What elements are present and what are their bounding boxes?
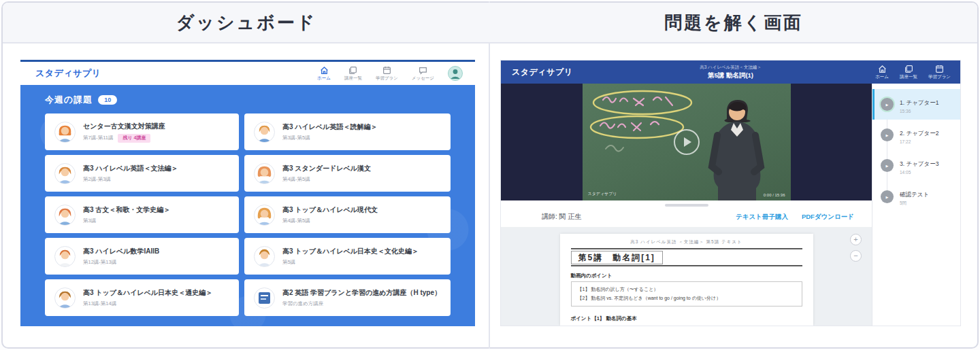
course-card[interactable]: 高3 古文＜和歌・文学史編＞ 第3講: [45, 196, 239, 233]
textbook-viewer[interactable]: 高3 ハイレベル英語 ＜文法編＞ 第5講 テキスト 第5講 動名詞[1] 動画内…: [501, 227, 872, 326]
course-card[interactable]: 高2 英語 学習プランと学習の進め方講座（H type） 学習の進め方講座: [244, 279, 451, 316]
course-subtitle: 第5講: [282, 259, 295, 266]
chapter-item-2[interactable]: ▶ 2. チャプター2 17:22: [872, 120, 960, 150]
teacher-avatar-icon: [254, 122, 275, 143]
problem-panel-title: 問題を解く画面: [664, 11, 803, 35]
home-icon: [878, 65, 887, 73]
dashboard-body: 今週の課題 10 センター古文漢文対策講座 第7講-第11講 残り 4講座: [20, 85, 475, 326]
chapter-item-test[interactable]: ▶ 確認テスト 5問: [872, 181, 960, 213]
week-assignments-header: 今週の課題 10: [45, 94, 451, 106]
user-avatar[interactable]: [448, 66, 463, 81]
nav-message[interactable]: メッセージ: [412, 66, 434, 82]
course-subtitle: 第4講-第5講: [282, 217, 310, 224]
buy-textbook-link[interactable]: テキスト冊子購入: [736, 213, 788, 222]
dashboard-panel-title: ダッシュボード: [176, 11, 317, 35]
nav-home-label: ホーム: [875, 74, 889, 80]
plan-icon: [382, 66, 391, 75]
course-card[interactable]: 高3 トップ＆ハイレベル日本史＜通史編＞ 第13講-第14講: [45, 279, 239, 316]
nav-plan[interactable]: 学習プラン: [376, 66, 398, 82]
course-title: 高3 ハイレベル数学IAIIB: [83, 247, 159, 256]
right-title-cell: 問題を解く画面: [490, 3, 977, 43]
home-icon: [320, 66, 329, 75]
panel-divider: [489, 1, 490, 349]
teacher-avatar-icon: [254, 246, 275, 267]
zoom-out-button[interactable]: −: [850, 250, 862, 262]
nav-courses[interactable]: 講座一覧: [344, 66, 362, 82]
video-points-box: 【1】 動名詞の訳し方（〜すること） 【2】 動名詞 vs. 不定詞もどき（wa…: [571, 281, 802, 307]
nav-courses-label: 講座一覧: [344, 75, 362, 82]
studysapuri-logo[interactable]: スタディサプリ: [35, 67, 101, 80]
nav-home[interactable]: ホーム: [875, 65, 889, 80]
lesson-player-screenshot: スタディサプリ 高3 ハイレベル英語＜文法編＞ 第5講 動名詞(1) ホーム 講…: [500, 60, 961, 326]
course-card-text: 高3 トップ＆ハイレベル日本史＜文化史編＞ 第5講: [282, 247, 419, 266]
avatar-person-icon: [448, 67, 462, 80]
screenshot-canvas: ダッシュボード 問題を解く画面 スタディサプリ ホーム 講座一覧 学習プラン: [0, 0, 980, 350]
course-card-text: センター古文漢文対策講座 第7講-第11講 残り 4講座: [83, 122, 165, 143]
lesson-meta-row: 講師: 関 正生 テキスト冊子購入 PDFダウンロード: [501, 207, 872, 227]
textbook-title-rules: 第5講 動名詞[1]: [571, 248, 802, 266]
course-subtitle: 第4講-第5講: [282, 176, 310, 183]
studysapuri-logo-white[interactable]: スタディサプリ: [512, 67, 572, 78]
course-title: 高3 ハイレベル英語＜読解編＞: [282, 122, 378, 132]
player-nav: ホーム 講座一覧 学習プラン: [875, 65, 951, 80]
course-card[interactable]: 高3 トップ＆ハイレベル日本史＜文化史編＞ 第5講: [244, 238, 451, 275]
nav-message-label: メッセージ: [412, 75, 434, 82]
course-subtitle: 第7講-第11講: [83, 135, 113, 141]
course-card-text: 高3 トップ＆ハイレベル日本史＜通史編＞ 第13講-第14講: [83, 288, 212, 307]
course-card[interactable]: センター古文漢文対策講座 第7講-第11講 残り 4講座: [45, 113, 239, 150]
teacher-avatar-icon: [254, 205, 275, 226]
teacher-avatar-icon: [54, 287, 76, 309]
week-assignments-label: 今週の課題: [45, 94, 93, 106]
course-subtitle: 第3講-第5講: [282, 135, 310, 141]
chapter-item-1[interactable]: ▶ 1. チャプター1 15:36: [872, 89, 960, 120]
course-card[interactable]: 高3 ハイレベル英語＜文法編＞ 第2講-第3講: [45, 155, 239, 192]
plan-icon: [935, 65, 944, 73]
teacher-avatar-icon: [54, 163, 76, 184]
course-card-text: 高3 ハイレベル英語＜読解編＞ 第3講-第5講: [282, 122, 378, 141]
zoom-in-button[interactable]: +: [850, 234, 862, 245]
teacher-avatar-icon: [254, 163, 275, 184]
course-card[interactable]: 高3 スタンダードレベル漢文 第4講-第5講: [244, 155, 451, 192]
nav-home[interactable]: ホーム: [317, 66, 331, 82]
nav-plan-label: 学習プラン: [376, 75, 398, 82]
left-title-cell: ダッシュボード: [3, 3, 490, 43]
courses-icon: [348, 66, 357, 75]
chapter-item-3[interactable]: ▶ 3. チャプター3 14:05: [872, 150, 960, 181]
course-title: 高3 古文＜和歌・文学史編＞: [83, 205, 170, 215]
course-subtitle: 第3講: [83, 217, 96, 224]
lecture-video[interactable]: スタディサプリ 0:00 / 15:36: [583, 84, 791, 200]
lesson-header-titles: 高3 ハイレベル英語＜文法編＞ 第5講 動名詞(1): [629, 65, 833, 80]
pdf-download-link[interactable]: PDFダウンロード: [802, 213, 854, 222]
teacher-avatar-icon: [54, 205, 76, 226]
lesson-links: テキスト冊子購入 PDFダウンロード: [736, 213, 854, 222]
message-icon: [419, 66, 427, 75]
video-point-1: 【1】 動名詞の訳し方（〜すること）: [578, 285, 796, 294]
course-card-grid: センター古文漢文対策講座 第7講-第11講 残り 4講座 高3 ハイレベル英語＜…: [45, 113, 451, 316]
chapter-play-icon: ▶: [881, 128, 894, 141]
chapter-label: 1. チャプター1: [900, 99, 938, 106]
nav-courses-label: 講座一覧: [900, 74, 917, 80]
dashboard-screenshot: スタディサプリ ホーム 講座一覧 学習プラン メッセージ: [20, 60, 475, 326]
course-subtitle: 第12講-第13講: [83, 259, 116, 266]
chapter-play-icon: ▶: [881, 98, 894, 111]
course-card-text: 高3 スタンダードレベル漢文 第4講-第5講: [282, 164, 371, 183]
course-card-text: 高2 英語 学習プランと学習の進め方講座（H type） 学習の進め方講座: [282, 288, 441, 307]
play-icon: [684, 137, 691, 147]
play-button[interactable]: [674, 129, 700, 155]
course-subtitle: 第13講-第14講: [83, 300, 116, 307]
player-header: スタディサプリ 高3 ハイレベル英語＜文法編＞ 第5講 動名詞(1) ホーム 講…: [501, 60, 960, 84]
nav-plan[interactable]: 学習プラン: [928, 65, 951, 80]
chapter-duration: 17:22: [900, 139, 938, 144]
title-band: ダッシュボード 問題を解く画面: [3, 3, 977, 43]
course-card[interactable]: 高3 トップ＆ハイレベル現代文 第4講-第5講: [244, 196, 451, 233]
course-title: 高3 トップ＆ハイレベル現代文: [282, 205, 378, 215]
course-card[interactable]: 高3 ハイレベル数学IAIIB 第12講-第13講: [45, 238, 239, 275]
player-body: スタディサプリ 0:00 / 15:36 講師: 関 正生 テキスト冊子購入 P…: [501, 84, 960, 326]
video-point-2: 【2】 動名詞 vs. 不定詞もどき（want to go / going to…: [578, 294, 796, 302]
plan-course-icon: [254, 287, 275, 309]
nav-courses[interactable]: 講座一覧: [900, 65, 917, 80]
chapter-play-icon: ▶: [881, 159, 894, 172]
course-card[interactable]: 高3 ハイレベル英語＜読解編＞ 第3講-第5講: [244, 113, 451, 150]
course-title: 高3 ハイレベル英語＜文法編＞: [83, 164, 178, 173]
dashboard-nav: ホーム 講座一覧 学習プラン メッセージ: [317, 66, 463, 82]
